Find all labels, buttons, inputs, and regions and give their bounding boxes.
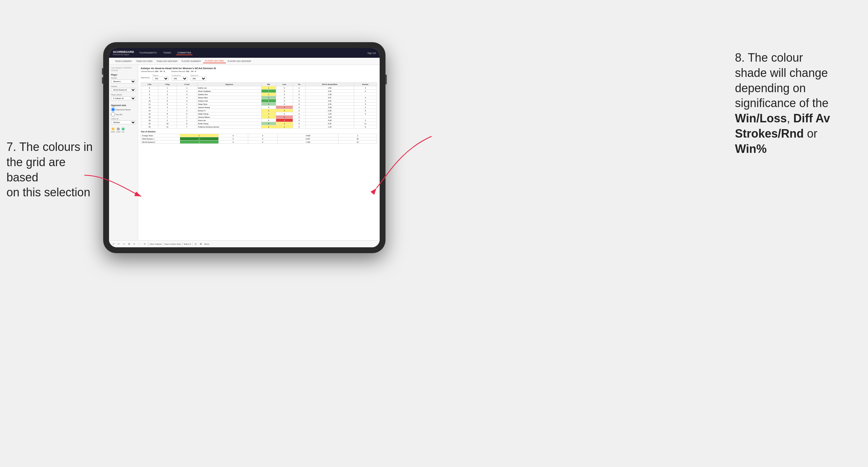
- top-navigation: SCOREBOARD Powered by clippd TOURNAMENTS…: [109, 48, 380, 58]
- last-updated: Last Updated: 27/03/2024 16:55:38: [111, 67, 136, 72]
- table-row: 10 6 3 Andrea York 2 0 0 4.00 4: [141, 99, 377, 102]
- table-row: 6 3 3 Sydney Kuo 1 0 0 -1.00: [141, 93, 377, 96]
- col-header-reg: # Reg: [158, 83, 177, 86]
- table-row: 3 1 1 Esther Lee 1 0 1 1.50 4: [141, 86, 377, 90]
- legend-down: Down: [111, 128, 115, 133]
- sub-nav-player-summary[interactable]: PLAYER SUMMARY: [180, 59, 203, 63]
- player-section-title: Player: [111, 74, 136, 76]
- undo-button[interactable]: ↩: [112, 242, 116, 246]
- volume-down-button[interactable]: [102, 77, 103, 84]
- player-rank-select[interactable]: 8. Katelyn Vo: [111, 96, 136, 100]
- overall-record: Overall Record: 353 - 34 - 6: [141, 70, 165, 72]
- table-row: 5 2 2 Alexis Sudjianto 1 0 0 4.00 3: [141, 90, 377, 93]
- legend-level: Level: [117, 128, 120, 133]
- toolbar-divider2: [163, 242, 163, 246]
- grid-records: Overall Record: 353 - 34 - 6 Division Re…: [141, 70, 377, 72]
- view-original-button[interactable]: View: Original: [150, 243, 162, 245]
- sub-nav-team-summary[interactable]: TEAM SUMMARY: [113, 59, 134, 63]
- logo: SCOREBOARD Powered by clippd: [113, 51, 134, 56]
- volume-up-button[interactable]: [102, 68, 103, 75]
- out-of-division-table: Foreign Team 1 0 0 4.500 2 NAIA Division…: [141, 134, 377, 144]
- cut-button[interactable]: ✂: [132, 242, 136, 246]
- share-button[interactable]: Share: [204, 243, 209, 245]
- layout1-button[interactable]: ⊡: [194, 242, 197, 246]
- col-header-div: # Div: [141, 83, 158, 86]
- sub-navigation: TEAM SUMMARY TEAM H2H GRID TEAM H2H HEAT…: [109, 58, 380, 65]
- out-of-division-header: Out of division: [141, 130, 377, 133]
- redo-button[interactable]: ↪: [122, 242, 126, 246]
- bottom-toolbar: ↩ ↩ ↪ ⊞ ✂ ··· ⊙ View: Original Save Cust…: [109, 240, 380, 247]
- legend-level-dot: [117, 128, 120, 130]
- opponent-view-title: Opponent view: [111, 104, 136, 106]
- toolbar-divider3: [182, 242, 182, 246]
- table-row: 14 7 4 Eunice Yi 2 2 0 0.38 9: [141, 109, 377, 112]
- power-button[interactable]: [385, 75, 387, 84]
- gender-select[interactable]: Women's: [111, 80, 136, 84]
- sidebar: Last Updated: 27/03/2024 16:55:38 Player…: [109, 65, 138, 240]
- table-row: Foreign Team 1 0 0 4.500 2: [141, 134, 377, 137]
- annotation-left: 7. The colours in the grid are based on …: [6, 139, 94, 200]
- table-row: NAIA Division 1 15 0 0 9.267 30: [141, 137, 377, 141]
- nav-teams[interactable]: TEAMS: [162, 51, 172, 55]
- annotation-right: 8. The colour shade will change dependin…: [735, 50, 858, 157]
- legend-up-dot: [122, 128, 125, 130]
- col-header-conf: # Conf: [177, 83, 197, 86]
- nav-right: Sign out: [367, 52, 376, 54]
- col-header-rounds: Rounds: [354, 83, 377, 86]
- grid-title: Katelyn Vo Head-to-Head Grid for Women's…: [141, 67, 377, 70]
- filter-conference: Conference (All): [171, 74, 188, 81]
- more-button[interactable]: ···: [137, 242, 142, 245]
- col-header-tie: Tie: [293, 83, 305, 86]
- filter-row: Opponents: Region (All) Conference (All): [141, 74, 377, 81]
- grid-area: Katelyn Vo Head-to-Head Grid for Women's…: [138, 65, 380, 240]
- filter-region: Region (All): [153, 74, 169, 81]
- table-row: 11 5 1 Heejo Hyun 1 0 0 3.33 3: [141, 102, 377, 106]
- col-header-diff: Diff Av Strokes/Rnd: [306, 83, 354, 86]
- region-filter-select[interactable]: (All): [153, 76, 169, 81]
- col-header-loss: Loss: [276, 83, 293, 86]
- watch-button[interactable]: Watch ▾: [184, 243, 190, 245]
- nav-tournaments[interactable]: TOURNAMENTS: [138, 51, 158, 55]
- sub-nav-team-h2h-heatmap[interactable]: TEAM H2H HEATMAP: [154, 59, 180, 63]
- radio-opponents-played[interactable]: [111, 107, 115, 112]
- col-header-win: Win: [261, 83, 276, 86]
- legend-down-dot: [112, 128, 115, 130]
- division-label: Division: [111, 85, 136, 87]
- opponent-view-radio-group: Opponents Played Top 100: [111, 107, 136, 117]
- main-content: Last Updated: 27/03/2024 16:55:38 Player…: [109, 65, 380, 240]
- conference-filter-select[interactable]: (All): [171, 76, 188, 81]
- legend-up: Up: [122, 128, 125, 133]
- table-row: 18 2 2 Euna Lee 0 3 0 -5.00 2: [141, 119, 377, 122]
- grid-button[interactable]: ⊞: [127, 242, 131, 246]
- layout2-button[interactable]: ⊠: [199, 242, 203, 246]
- sub-nav-team-h2h-grid[interactable]: TEAM H2H GRID: [134, 59, 154, 63]
- player-rank-label: Player (Rank): [111, 94, 136, 96]
- colour-legend: Down Level Up: [111, 128, 136, 133]
- table-row: NCAA Division 2 5 0 0 7.400 10: [141, 141, 377, 144]
- division-select[interactable]: NCAA Division III: [111, 88, 136, 92]
- filter-opponent: Opponent (All): [190, 74, 206, 81]
- nav-committee[interactable]: COMMITTEE: [176, 51, 192, 55]
- gender-label: Gender: [111, 77, 136, 79]
- division-record: Division Record: 331 - 34 - 6: [171, 70, 196, 72]
- colour-section: Colour by Win/loss: [111, 118, 136, 126]
- undo2-button[interactable]: ↩: [117, 242, 121, 246]
- toolbar-divider1: [148, 242, 148, 246]
- opponent-filter-select[interactable]: (All): [190, 76, 206, 81]
- table-row: 20 10 6 Emily Chang 4 1 0 0.30 11: [141, 122, 377, 125]
- tablet-frame: SCOREBOARD Powered by clippd TOURNAMENTS…: [103, 42, 385, 253]
- table-row: 13 4 1 Jessica Huang 0 1 0 -3.00 2: [141, 106, 377, 109]
- table-row: 20 11 7 Federica Domecq Lacroze 2 1 0 1.…: [141, 125, 377, 128]
- table-row: 9 1 4 Sharon Mun 1 0 0 3.67 3: [141, 96, 377, 99]
- nav-links: TOURNAMENTS TEAMS COMMITTEE: [138, 51, 192, 55]
- sub-nav-player-h2h-grid[interactable]: PLAYER H2H GRID: [203, 59, 226, 63]
- sub-nav-player-h2h-heatmap[interactable]: PLAYER H2H HEATMAP: [226, 59, 253, 63]
- radio-top100[interactable]: [111, 112, 115, 117]
- sign-out-link[interactable]: Sign out: [367, 52, 376, 54]
- table-row: 16 7 1 Jessica Mason 1 2 0 -0.94: [141, 116, 377, 119]
- save-custom-view-button[interactable]: Save Custom View: [164, 243, 181, 245]
- refresh-button[interactable]: ⊙: [143, 242, 147, 246]
- tablet-screen: SCOREBOARD Powered by clippd TOURNAMENTS…: [109, 48, 380, 247]
- opponents-label: Opponents:: [141, 76, 150, 79]
- colour-by-select[interactable]: Win/loss: [111, 120, 136, 124]
